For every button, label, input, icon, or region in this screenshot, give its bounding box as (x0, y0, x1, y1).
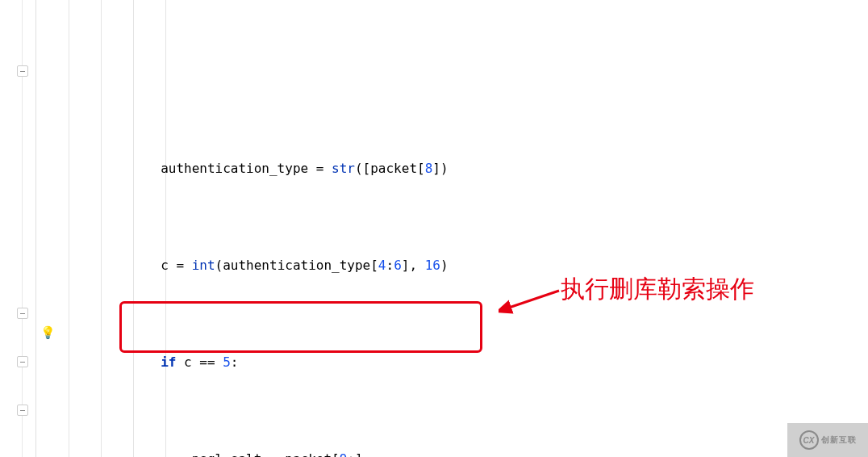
gutter: 💡 (0, 0, 36, 457)
fold-marker-icon[interactable] (17, 405, 28, 416)
fold-marker-icon[interactable] (17, 65, 28, 77)
builtin: str (332, 161, 355, 176)
builtin: int (192, 258, 215, 273)
code-text: authentication_type = (36, 161, 332, 176)
watermark-text: 创新互联 (821, 434, 857, 446)
watermark-logo-icon: CX (799, 430, 819, 450)
code-editor[interactable]: authentication_type = str([packet[8]) c … (36, 0, 868, 457)
fold-marker-icon[interactable] (17, 308, 28, 319)
keyword: if (161, 354, 176, 370)
fold-marker-icon[interactable] (17, 356, 28, 367)
intention-bulb-icon[interactable]: 💡 (40, 325, 53, 338)
watermark: CX 创新互联 (787, 423, 868, 457)
